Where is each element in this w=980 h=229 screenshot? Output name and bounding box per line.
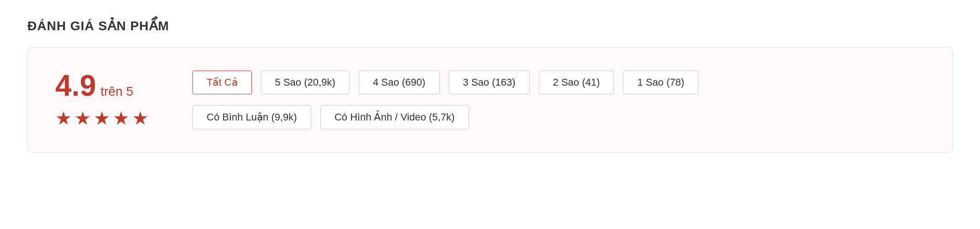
rating-score: 4.9 trên 5 — [55, 71, 133, 100]
filter-btn-tat-ca[interactable]: Tất Cả — [192, 71, 252, 94]
star-4: ★ — [113, 108, 129, 129]
section-title: ĐÁNH GIÁ SẢN PHẨM — [27, 18, 953, 33]
filter-row-1: Tất Cả5 Sao (20,9k)4 Sao (690)3 Sao (163… — [192, 71, 698, 94]
filter-row-2: Có Bình Luận (9,9k)Có Hình Ảnh / Video (… — [192, 105, 698, 129]
star-5: ★ — [132, 108, 149, 129]
filter-btn-1-sao[interactable]: 1 Sao (78) — [623, 71, 698, 94]
rating-summary: 4.9 trên 5 ★ ★ ★ ★ ★ — [55, 71, 156, 129]
page-container: ĐÁNH GIÁ SẢN PHẨM 4.9 trên 5 ★ ★ ★ ★ ★ T… — [27, 18, 953, 153]
filter-btn-3-sao[interactable]: 3 Sao (163) — [449, 71, 530, 94]
filter-btn-2-sao[interactable]: 2 Sao (41) — [539, 71, 614, 94]
filter-btn-co-hinh-anh[interactable]: Có Hình Ảnh / Video (5,7k) — [320, 105, 469, 129]
star-2: ★ — [75, 108, 91, 129]
filter-btn-4-sao[interactable]: 4 Sao (690) — [359, 71, 440, 94]
stars-row: ★ ★ ★ ★ ★ — [55, 108, 149, 129]
filters-container: Tất Cả5 Sao (20,9k)4 Sao (690)3 Sao (163… — [192, 71, 698, 129]
star-1: ★ — [55, 108, 72, 129]
rating-number: 4.9 — [55, 71, 96, 100]
review-card: 4.9 trên 5 ★ ★ ★ ★ ★ Tất Cả5 Sao (20,9k)… — [27, 47, 953, 153]
filter-btn-5-sao[interactable]: 5 Sao (20,9k) — [261, 71, 350, 94]
star-3: ★ — [94, 108, 110, 129]
rating-out-of: trên 5 — [101, 84, 133, 99]
filter-btn-co-binh-luan[interactable]: Có Bình Luận (9,9k) — [192, 105, 311, 129]
